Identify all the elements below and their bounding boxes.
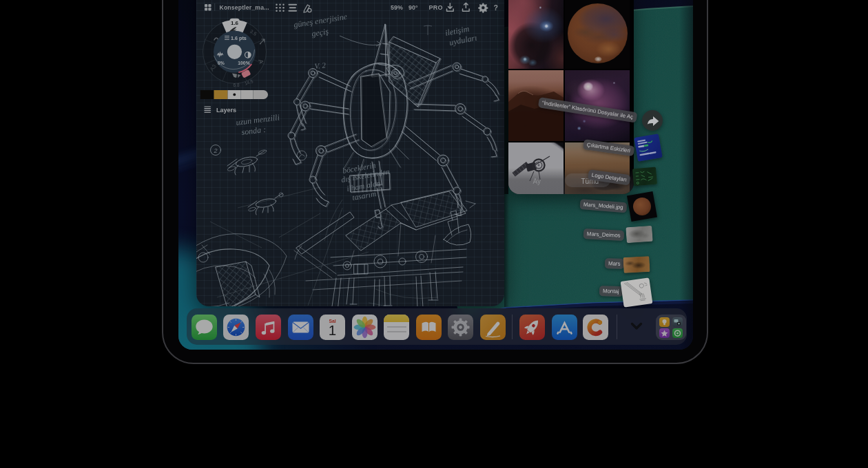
svg-text:Layers: Layers — [216, 107, 236, 114]
svg-text:1.6 pts: 1.6 pts — [231, 35, 247, 41]
svg-text:1.6: 1.6 — [231, 20, 239, 26]
svg-text:1: 1 — [329, 322, 336, 338]
svg-text:2: 2 — [213, 147, 217, 154]
svg-text:100%: 100% — [238, 61, 249, 65]
svg-text:0%: 0% — [218, 61, 225, 65]
svg-text:6.8: 6.8 — [233, 83, 239, 87]
